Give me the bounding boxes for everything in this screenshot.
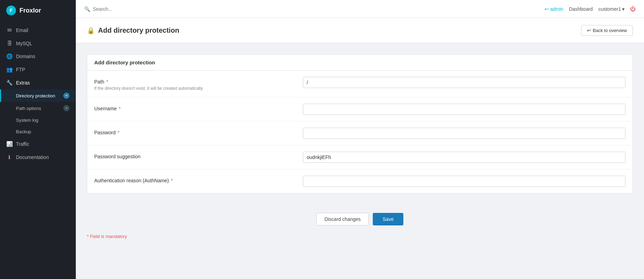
sidebar-item-domains-label: Domains — [16, 54, 35, 59]
topbar-dashboard-link[interactable]: Dashboard — [569, 6, 593, 12]
form-card-title: Add directory protection — [94, 59, 155, 65]
password-label: Password * — [94, 130, 296, 135]
auth-reason-label-col: Authentication reason (AuthName) * — [94, 176, 296, 183]
path-input[interactable] — [303, 77, 626, 88]
form-row-auth-reason: Authentication reason (AuthName) * — [87, 169, 633, 193]
password-suggestion-label-col: Password suggestion — [94, 152, 296, 159]
password-suggestion-label: Password suggestion — [94, 154, 296, 159]
customer-label: customer1 — [598, 6, 621, 12]
directory-protection-add-btn[interactable]: + — [63, 93, 70, 99]
sidebar-item-mysql-label: MySQL — [16, 41, 32, 46]
path-label-col: Path * If the directory doesn't exist, i… — [94, 77, 296, 91]
password-label-col: Password * — [94, 128, 296, 135]
auth-reason-input-col — [303, 176, 626, 187]
username-required-marker: * — [118, 106, 121, 111]
app-title: Froxlor — [19, 7, 41, 14]
content-area: 🔒 Add directory protection ↩ Back to ove… — [76, 18, 644, 279]
username-input-col — [303, 104, 626, 115]
sidebar: F Froxlor ✉ Email 🗄 MySQL 🌐 Domains 👥 FT… — [0, 0, 76, 279]
form-row-password: Password * — [87, 121, 633, 145]
sidebar-nav: ✉ Email 🗄 MySQL 🌐 Domains 👥 FTP 🔧 Extras… — [0, 21, 76, 167]
password-suggestion-input[interactable] — [303, 152, 626, 163]
chevron-down-icon: ▾ — [622, 6, 625, 12]
domains-icon: 🌐 — [6, 53, 13, 59]
form-card-header: Add directory protection — [87, 55, 633, 71]
sidebar-item-mysql[interactable]: 🗄 MySQL — [0, 37, 76, 50]
ftp-icon: 👥 — [6, 66, 13, 73]
sidebar-subitem-path-options-label: Path options — [16, 106, 41, 111]
mandatory-text: Field is mandatory — [90, 234, 127, 239]
topbar-admin-link[interactable]: ↩ admin — [545, 6, 563, 12]
sidebar-subitem-directory-protection-label: Directory protection — [16, 93, 55, 98]
auth-reason-input[interactable] — [303, 176, 626, 187]
extras-icon: 🔧 — [6, 80, 13, 86]
sidebar-subitem-system-log[interactable]: System log — [0, 114, 76, 126]
traffic-icon: 📊 — [6, 141, 13, 147]
main-panel: 🔍 ↩ admin Dashboard customer1 ▾ ⏻ 🔒 Add … — [76, 0, 644, 279]
form-actions: Discard changes Save — [76, 205, 644, 234]
arrow-back-icon: ↩ — [545, 6, 549, 12]
sidebar-item-extras[interactable]: 🔧 Extras — [0, 76, 76, 89]
sidebar-subitem-path-options[interactable]: Path options + — [0, 102, 76, 114]
sidebar-item-documentation[interactable]: ℹ Documentation — [0, 151, 76, 164]
password-input-col — [303, 128, 626, 139]
email-icon: ✉ — [6, 27, 13, 33]
username-label: Username * — [94, 106, 296, 111]
sidebar-item-domains[interactable]: 🌐 Domains — [0, 50, 76, 63]
sidebar-item-traffic-label: Traffic — [16, 141, 29, 147]
sidebar-subitem-backup[interactable]: Backup — [0, 126, 76, 137]
mandatory-asterisk: * — [87, 234, 90, 239]
back-arrow-icon: ↩ — [587, 28, 591, 33]
password-input[interactable] — [303, 128, 626, 139]
logo-icon: F — [6, 6, 16, 15]
path-hint: If the directory doesn't exist, it will … — [94, 86, 296, 91]
sidebar-item-extras-label: Extras — [16, 80, 30, 86]
username-input[interactable] — [303, 104, 626, 115]
sidebar-item-traffic[interactable]: 📊 Traffic — [0, 137, 76, 151]
path-input-col — [303, 77, 626, 88]
search-container: 🔍 — [84, 6, 162, 12]
admin-label: admin — [550, 6, 563, 12]
topbar-right: ↩ admin Dashboard customer1 ▾ ⏻ — [545, 6, 636, 12]
form-card: Add directory protection Path * If the d… — [87, 54, 633, 193]
path-required-marker: * — [105, 79, 108, 85]
search-icon: 🔍 — [84, 6, 90, 12]
password-required-marker: * — [116, 130, 119, 135]
sidebar-subitem-system-log-label: System log — [16, 118, 38, 123]
form-row-path: Path * If the directory doesn't exist, i… — [87, 71, 633, 97]
mysql-icon: 🗄 — [6, 40, 13, 46]
form-row-password-suggestion: Password suggestion — [87, 145, 633, 169]
auth-reason-required-marker: * — [170, 178, 173, 183]
path-options-add-btn[interactable]: + — [63, 105, 70, 111]
back-to-overview-button[interactable]: ↩ Back to overview — [581, 25, 633, 36]
page-header: 🔒 Add directory protection ↩ Back to ove… — [76, 18, 644, 43]
sidebar-subitem-directory-protection[interactable]: Directory protection + — [0, 89, 76, 102]
sidebar-item-email[interactable]: ✉ Email — [0, 24, 76, 37]
topbar: 🔍 ↩ admin Dashboard customer1 ▾ ⏻ — [76, 0, 644, 18]
sidebar-subitem-backup-label: Backup — [16, 129, 31, 134]
documentation-icon: ℹ — [6, 154, 13, 160]
save-button[interactable]: Save — [373, 213, 403, 225]
sidebar-item-ftp[interactable]: 👥 FTP — [0, 63, 76, 76]
app-logo: F Froxlor — [0, 0, 76, 21]
form-row-username: Username * — [87, 97, 633, 121]
discard-changes-button[interactable]: Discard changes — [316, 213, 369, 225]
path-label: Path * — [94, 79, 296, 85]
lock-icon: 🔒 — [87, 27, 95, 34]
sidebar-item-ftp-label: FTP — [16, 67, 25, 72]
power-icon[interactable]: ⏻ — [630, 6, 636, 12]
password-suggestion-input-col — [303, 152, 626, 163]
back-button-label: Back to overview — [593, 28, 627, 33]
page-title-container: 🔒 Add directory protection — [87, 26, 179, 34]
sidebar-item-documentation-label: Documentation — [16, 154, 49, 160]
mandatory-note: * Field is mandatory — [76, 234, 644, 247]
topbar-customer-selector[interactable]: customer1 ▾ — [598, 6, 625, 12]
search-input[interactable] — [93, 6, 162, 12]
auth-reason-label: Authentication reason (AuthName) * — [94, 178, 296, 183]
sidebar-item-email-label: Email — [16, 27, 28, 33]
username-label-col: Username * — [94, 104, 296, 111]
page-title: Add directory protection — [98, 26, 179, 34]
